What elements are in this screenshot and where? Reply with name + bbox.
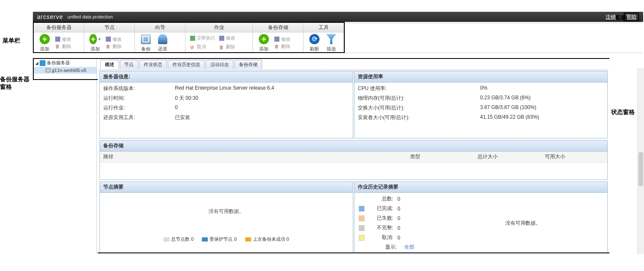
hist-failed-label: 已失败: <box>368 215 393 222</box>
history-summary-panel: 作业历史记录摘要 总数:0 已完成:0 已失败:0 不完整:0 取消:0 显示:… <box>354 181 608 253</box>
modify-storage-button[interactable]: 修改 <box>274 36 290 43</box>
vol-label: 安装卷大小(可用/总计): <box>358 114 480 121</box>
scrollbar-thumb[interactable] <box>639 152 643 186</box>
delete-storage-button[interactable]: 🗑删除 <box>274 43 290 50</box>
delete-job-button[interactable]: 🗑删除 <box>219 44 235 50</box>
col-total: 总计大小 <box>478 153 545 160</box>
hist-show-label: 显示: <box>371 244 397 251</box>
restore-button[interactable]: 还原 <box>154 33 171 52</box>
hist-cancel-value: 0 <box>397 235 400 241</box>
edit-icon <box>219 35 225 41</box>
add-server-button[interactable]: + 添加 <box>36 33 53 52</box>
filter-label: 筛选 <box>327 46 336 52</box>
add-node-label: 添加 <box>91 46 100 52</box>
tb-group-job: 作业 立即执行 ⊘取消 修改 🗑删除 <box>185 23 253 53</box>
hist-done-value: 0 <box>397 206 400 212</box>
collapse-icon[interactable]: ◢ <box>35 61 38 65</box>
restore-icon <box>157 33 169 45</box>
hist-done-label: 已完成: <box>368 205 393 212</box>
cancel-color-icon <box>359 235 365 241</box>
server-info-title: 服务器信息: <box>100 72 353 82</box>
done-color-icon <box>359 206 365 212</box>
app-subtitle: unified data protection <box>67 14 113 19</box>
restore-tool-value: 已安装 <box>175 114 349 121</box>
modify-node-button[interactable]: 修改 <box>105 36 122 43</box>
add-server-label: 添加 <box>40 46 49 52</box>
edit-icon <box>55 36 61 42</box>
cpu-value: 0% <box>480 85 604 92</box>
tab-nodes[interactable]: 节点 <box>120 60 138 69</box>
annotation-menubar: 菜单栏 <box>3 37 20 45</box>
tb-group-tools: 工具 ⟳ 刷新 筛选 <box>303 23 344 53</box>
trash-icon: 🗑 <box>274 43 280 49</box>
plus-icon: + <box>39 33 51 45</box>
mem-value: 0.23 GB/3.74 GB (6%) <box>480 95 604 102</box>
main-panel: 概述 节点 作业状态 作业历史信息 活动日志 备份存储 服务器信息: 操作系统版… <box>99 59 609 254</box>
tb-header-node: 节点 <box>84 23 134 32</box>
edit-icon <box>274 36 280 42</box>
cpu-label: CPU 使用率: <box>358 85 480 92</box>
tree-node[interactable]: g11n-senhi05-v5 <box>34 67 97 74</box>
content: 服务器信息: 操作系统版本:Red Hat Enterprise Linux S… <box>99 70 609 254</box>
toolbar: 备份服务器 + 添加 修改 🗑删除 节点 +▼ 添加 修改 🗑删除 <box>34 23 642 53</box>
tab-activity-log[interactable]: 活动日志 <box>206 60 233 69</box>
tab-job-status[interactable]: 作业状态 <box>139 60 167 69</box>
logout-link[interactable]: 注销 <box>606 13 616 21</box>
tb-group-node: 节点 +▼ 添加 修改 🗑删除 <box>84 23 135 53</box>
tab-overview[interactable]: 概述 <box>100 60 119 69</box>
hist-failed-value: 0 <box>397 215 400 221</box>
refresh-icon: ⟳ <box>309 33 320 45</box>
add-storage-button[interactable]: + 添加 <box>255 33 272 52</box>
hist-incomplete-label: 不完整: <box>368 224 393 231</box>
col-avail: 可用大小 <box>545 153 604 160</box>
tab-job-history[interactable]: 作业历史信息 <box>168 60 205 69</box>
backup-icon <box>140 33 152 45</box>
mem-label: 物理内存(可用/总计): <box>358 95 480 102</box>
cancel-icon: ⊘ <box>190 44 196 50</box>
legend-protected: 受保护节点 0 <box>202 236 236 242</box>
tree-root-label: 备份服务器 <box>47 60 70 66</box>
col-path: 路径 <box>103 153 410 160</box>
add-node-button[interactable]: +▼ 添加 <box>87 33 104 52</box>
node-nodata: 没有可用数据。 <box>103 195 349 228</box>
server-tree: ◢ 备份服务器 g11n-senhi05-v5 <box>34 59 97 254</box>
tb-group-backup-server: 备份服务器 + 添加 修改 🗑删除 <box>34 23 84 53</box>
edit-icon <box>105 36 111 42</box>
legend-total: 总节点数 0 <box>164 236 193 242</box>
tb-group-wizard: 向导 备份 还原 <box>135 23 185 53</box>
filter-button[interactable]: 筛选 <box>323 33 340 52</box>
swap-label: 交换大小(可用/总计): <box>358 104 480 112</box>
cancel-job-button[interactable]: ⊘取消 <box>190 44 215 50</box>
backup-label: 备份 <box>141 46 150 52</box>
os-label: 操作系统版本: <box>103 85 175 92</box>
resource-title: 资源使用率 <box>354 72 607 82</box>
exec-job-button[interactable]: 立即执行 <box>190 35 215 41</box>
annotation-status: 状态窗格 <box>611 109 635 116</box>
backup-button[interactable]: 备份 <box>137 33 154 52</box>
history-nodata: 没有可用数据。 <box>505 220 541 227</box>
scrollbar[interactable] <box>637 68 644 254</box>
tree-node-label: g11n-senhi05-v5 <box>52 68 86 73</box>
plus-icon: +▼ <box>89 33 101 45</box>
resource-panel: 资源使用率 CPU 使用率:0% 物理内存(可用/总计):0.23 GB/3.7… <box>354 71 608 138</box>
run-icon <box>190 35 196 41</box>
hist-show-link[interactable]: 全部 <box>404 244 414 251</box>
col-type: 类型 <box>410 153 478 160</box>
annotation-help: 帮助 <box>615 14 627 22</box>
delete-node-button[interactable]: 🗑删除 <box>105 43 122 50</box>
tb-header-wizard: 向导 <box>135 23 185 32</box>
refresh-button[interactable]: ⟳ 刷新 <box>306 33 323 52</box>
storage-title: 备份存储 <box>100 141 607 151</box>
server-group-icon <box>40 60 46 66</box>
add-storage-label: 添加 <box>259 46 268 52</box>
hist-total-value: 0 <box>397 196 400 202</box>
delete-server-button[interactable]: 🗑删除 <box>55 43 71 50</box>
tree-root[interactable]: ◢ 备份服务器 <box>34 59 97 67</box>
hist-total-label: 总数: <box>368 195 393 202</box>
tab-storage[interactable]: 备份存储 <box>234 60 262 69</box>
hist-cancel-label: 取消: <box>368 234 393 241</box>
modify-job-button[interactable]: 修改 <box>219 35 235 41</box>
uptime-label: 运行时间: <box>103 95 175 102</box>
modify-server-button[interactable]: 修改 <box>55 36 71 43</box>
tb-header-tools: 工具 <box>303 23 343 32</box>
